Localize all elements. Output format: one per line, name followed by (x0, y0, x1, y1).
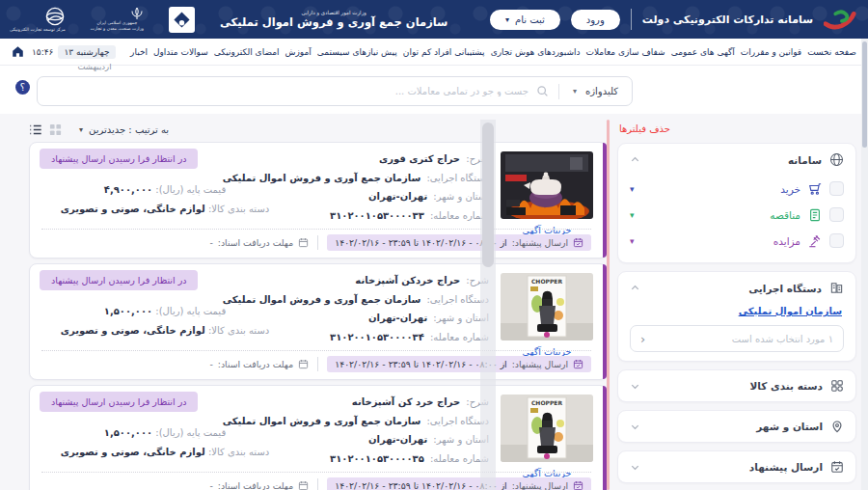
checkbox[interactable] (829, 207, 844, 222)
agency-select[interactable]: ۱ مورد انتخاب شده است ‹ (630, 325, 844, 352)
list-view-icon[interactable] (29, 123, 42, 136)
filter-option[interactable]: مناقصه▾ (630, 202, 844, 228)
filter-panel: ارسال پیشنهاد (617, 450, 856, 483)
header-divider (631, 9, 632, 30)
time-label: ۱۵:۴۶ (32, 47, 53, 57)
panel-header[interactable]: دسته بندی کالا (630, 379, 844, 393)
chevron-down-icon (630, 462, 640, 473)
setad-logo-icon (824, 7, 856, 32)
card-category-row: دسته بندی کالا: لوازم خانگی، صوتی و تصوی… (41, 200, 288, 219)
panel-header[interactable]: استان و شهر (630, 420, 844, 433)
card-category-row: دسته بندی کالا: لوازم خانگی، صوتی و تصوی… (41, 321, 288, 340)
help-icon[interactable]: ؟ (15, 80, 30, 95)
nav-item[interactable]: پشتیبانی افراد کم توان (403, 47, 485, 57)
status-badge: در انتظار فرا رسیدن ارسال پیشنهاد (40, 392, 198, 412)
card-footer: ارسال پیشنهاد: از ۰۸:۰۰ - ۱۴۰۲/۰۲/۱۶ تا … (41, 350, 591, 372)
calcheck-icon (830, 460, 844, 474)
panel-title: استان و شهر (756, 421, 823, 432)
document-deadline: مهلت دریافت اسناد: - (209, 237, 309, 248)
card-meta: قیمت پایه (ریال): ۱,۵۰۰,۰۰۰ دسته بندی کا… (41, 302, 288, 340)
grid-view-icon[interactable] (49, 123, 62, 136)
results-scrollbar-thumb[interactable] (482, 122, 494, 267)
page-scrollbar-thumb[interactable] (862, 41, 867, 148)
nav-item[interactable]: آگهی های عمومی (671, 47, 735, 57)
chevron-down-icon (630, 422, 640, 432)
submit-label: ارسال پیشنهاد: (512, 237, 568, 248)
nav-item[interactable]: امضای الکترونیکی (214, 47, 280, 57)
building-icon (829, 281, 844, 295)
current-date: چهارشنبه ۱۳ ۱۵:۴۶ اردیبهشت (32, 45, 116, 59)
panel-title: دسته بندی کالا (750, 380, 823, 392)
org-name-label: سازمان جمع آوری و فروش اموال تملیکی (220, 15, 448, 29)
agency-link[interactable]: سازمان اموال تملیکی (739, 306, 842, 316)
listing-card: CHOPPER جزییات آگهی شرح: حراج خرد کن آشپ… (29, 385, 608, 490)
filter-panel: دسته بندی کالا (617, 369, 856, 402)
chevron-down-icon[interactable]: ▾ (630, 236, 635, 246)
deadline-value: - (209, 480, 212, 490)
nav-item[interactable]: قوانین و مقررات (741, 47, 801, 57)
panel-title: سامانه (788, 154, 822, 166)
card-footer: ارسال پیشنهاد: از ۰۸:۰۰ - ۱۴۰۲/۰۲/۱۶ تا … (41, 229, 591, 251)
content-area: حذف فیلترها سامانه خرید▾مناقصه▾مزایده▾ (0, 114, 868, 490)
org-ministry-label: وزارت امور اقتصادی و دارایی (220, 10, 448, 15)
clear-filters-button[interactable]: حذف فیلترها (619, 123, 854, 134)
system-filter-list: خرید▾مناقصه▾مزایده▾ (630, 176, 844, 254)
nav-item[interactable]: اخبار (130, 47, 148, 57)
page-scrollbar[interactable] (861, 39, 868, 490)
chevron-down-icon[interactable]: ▾ (630, 210, 635, 220)
filter-panel-system: سامانه خرید▾مناقصه▾مزایده▾ (617, 143, 856, 263)
card-price-row: قیمت پایه (ریال): ۱,۵۰۰,۰۰۰ (41, 423, 288, 443)
chevron-down-icon[interactable]: ▾ (630, 184, 635, 194)
sort-dropdown[interactable]: به ترتیب : جدیدترین ▾ (79, 124, 169, 135)
filter-option[interactable]: مزایده▾ (630, 228, 844, 254)
tender-icon (808, 208, 822, 222)
status-badge: در انتظار فرا رسیدن ارسال پیشنهاد (40, 270, 198, 290)
card-media: CHOPPER جزییات آگهی (501, 273, 593, 359)
results-toolbar: به ترتیب : جدیدترین ▾ (29, 120, 608, 139)
checkbox[interactable] (829, 233, 844, 248)
keyword-dropdown[interactable]: کلیدواژه ▾ (559, 86, 632, 96)
search-icon (536, 85, 549, 97)
panel-header-agency[interactable]: دستگاه اجرایی (630, 281, 844, 295)
nav-item[interactable]: سوالات متداول (153, 47, 208, 57)
chevron-up-icon (630, 283, 640, 293)
chevron-down-icon: ▾ (573, 87, 577, 95)
calendar-check-icon (573, 359, 583, 369)
nav-item[interactable]: صفحه نخست (807, 47, 856, 57)
panel-header-system[interactable]: سامانه (630, 152, 844, 167)
register-button[interactable]: ثبت نام ▾ (490, 10, 560, 30)
home-icon[interactable] (12, 45, 24, 58)
search-box: کلیدواژه ▾ (37, 76, 633, 106)
pin-icon (830, 420, 844, 433)
login-button[interactable]: ورود (571, 10, 620, 30)
keyword-label: کلیدواژه (585, 86, 618, 96)
cart-icon (808, 182, 822, 196)
card-meta: قیمت پایه (ریال): ۴,۹۰۰,۰۰۰ دسته بندی کا… (41, 180, 288, 219)
deadline-value: - (209, 237, 212, 248)
card-media: جزییات آگهی (501, 151, 593, 237)
card-title-row: شرح: حراج کتری قوری (223, 150, 489, 169)
ecommerce-center-logo: مرکز توسعه تجارت الکترونیکی (10, 6, 66, 33)
search-input[interactable] (38, 86, 536, 96)
chevron-down-icon: ▾ (505, 15, 509, 24)
nav-item[interactable]: آموزش (285, 47, 312, 57)
main-navbar: صفحه نخستقوانین و مقرراتآگهی های عمومیشف… (0, 39, 868, 66)
sort-label: به ترتیب : جدیدترین (89, 124, 169, 135)
nav-item[interactable]: داشبوردهای هوش تجاری (491, 47, 581, 57)
nav-item[interactable]: پیش نیازهای سیستمی (317, 47, 397, 57)
panel-header[interactable]: ارسال پیشنهاد (630, 460, 844, 474)
filter-option-label: خرید (780, 183, 800, 195)
filters-scrollbar[interactable] (607, 120, 610, 490)
checkbox[interactable] (829, 181, 844, 196)
card-price-row: قیمت پایه (ریال): ۴,۹۰۰,۰۰۰ (41, 180, 288, 200)
filter-panel-agency: دستگاه اجرایی سازمان اموال تملیکی ۱ مورد… (617, 271, 856, 362)
calendar-icon (298, 359, 309, 369)
filters-sidebar: حذف فیلترها سامانه خرید▾مناقصه▾مزایده▾ (617, 120, 856, 490)
filter-option[interactable]: خرید▾ (630, 176, 844, 202)
date-month: اردیبهشت (77, 62, 111, 71)
results-scrollbar[interactable] (480, 120, 496, 490)
chevron-left-icon: ‹ (640, 333, 645, 345)
card-meta: قیمت پایه (ریال): ۱,۵۰۰,۰۰۰ دسته بندی کا… (41, 423, 288, 462)
chevron-up-icon (630, 154, 640, 165)
nav-item[interactable]: شفاف سازی معاملات (585, 47, 665, 57)
